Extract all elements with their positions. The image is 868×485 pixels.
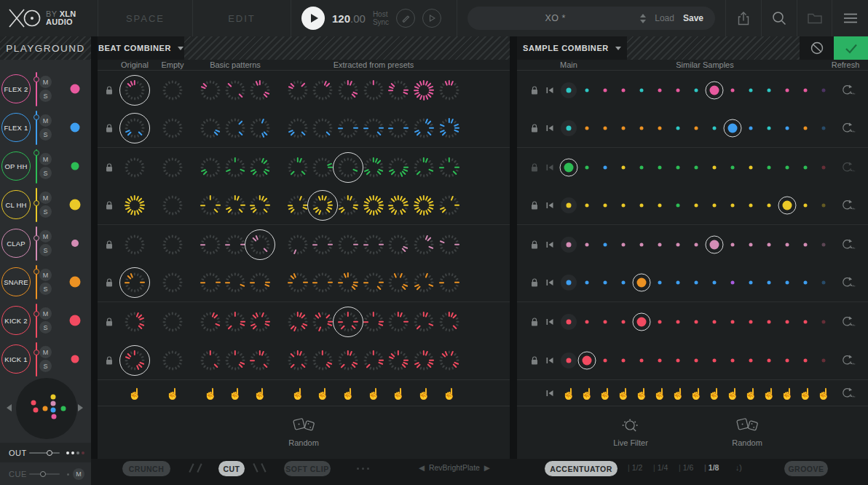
refresh-icon[interactable] xyxy=(840,316,856,328)
beat-wheel[interactable] xyxy=(438,311,460,333)
host-sync-label[interactable]: HostSync xyxy=(373,10,389,26)
beat-wheel[interactable] xyxy=(200,311,221,333)
accentuator-button[interactable]: ACCENTUATOR xyxy=(545,461,618,476)
beat-wheel[interactable] xyxy=(200,350,221,371)
preview-hand-button[interactable]: ☝ xyxy=(781,387,794,398)
lock-icon[interactable] xyxy=(531,162,539,172)
sample-dot[interactable] xyxy=(637,317,647,326)
solo-button[interactable]: S xyxy=(39,167,52,179)
sample-dot[interactable] xyxy=(804,358,808,362)
sample-dot[interactable] xyxy=(604,88,607,92)
track-fader[interactable] xyxy=(36,149,37,184)
track-pad[interactable]: KICK 2 xyxy=(1,306,31,335)
sample-dot[interactable] xyxy=(822,165,826,169)
track-fader-handle[interactable] xyxy=(33,311,39,317)
sample-dot[interactable] xyxy=(749,320,753,323)
tab-edit[interactable]: EDIT xyxy=(193,0,291,36)
sample-dot[interactable] xyxy=(640,242,644,246)
beat-wheel[interactable] xyxy=(438,194,460,216)
beat-wheel[interactable] xyxy=(387,157,409,178)
beat-wheel[interactable] xyxy=(224,194,246,216)
sample-dot[interactable] xyxy=(676,358,680,362)
refresh-icon[interactable] xyxy=(840,239,856,251)
beat-wheel[interactable] xyxy=(124,157,146,178)
preview-hand-button[interactable]: ☝ xyxy=(671,387,685,398)
live-filter-button[interactable]: Live Filter xyxy=(613,417,648,447)
skip-back-icon[interactable] xyxy=(546,357,553,364)
beat-random-button[interactable]: Random xyxy=(288,417,319,447)
browser-button[interactable] xyxy=(797,0,832,36)
preview-hand-button[interactable]: ☝ xyxy=(708,387,722,398)
solo-button[interactable]: S xyxy=(39,205,52,218)
sample-random-button[interactable]: Random xyxy=(732,417,762,447)
skip-back-icon[interactable] xyxy=(546,202,553,209)
refresh-icon[interactable] xyxy=(840,84,856,96)
beat-wheel[interactable] xyxy=(224,117,246,139)
sample-dot[interactable] xyxy=(640,358,644,362)
sample-dot[interactable] xyxy=(822,320,826,323)
cue-mute-button[interactable]: M xyxy=(73,468,84,480)
division-option-1-8[interactable]: | 1/8 xyxy=(704,463,719,472)
beat-wheel[interactable] xyxy=(224,350,246,371)
sample-dot[interactable] xyxy=(622,204,626,208)
beat-wheel[interactable] xyxy=(287,79,309,101)
sample-dot[interactable] xyxy=(710,85,719,95)
beat-wheel[interactable] xyxy=(413,157,435,178)
track-pad[interactable]: OP HH xyxy=(1,151,31,181)
beat-wheel[interactable] xyxy=(249,157,271,178)
sample-dot[interactable] xyxy=(658,204,662,208)
beat-wheel[interactable] xyxy=(387,272,409,293)
sample-dot[interactable] xyxy=(585,242,589,246)
beat-wheel[interactable] xyxy=(287,311,309,333)
mute-button[interactable]: M xyxy=(39,114,52,127)
beat-wheel[interactable] xyxy=(413,117,435,139)
sample-dot[interactable] xyxy=(822,358,826,362)
beat-wheel[interactable] xyxy=(413,79,435,101)
beat-wheel[interactable] xyxy=(124,350,146,371)
sample-dot[interactable] xyxy=(749,127,753,130)
sample-dot[interactable] xyxy=(695,204,698,208)
sample-dot[interactable] xyxy=(676,242,680,246)
sample-dot[interactable] xyxy=(658,358,662,362)
preview-hand-button[interactable]: ☝ xyxy=(128,387,142,398)
sample-dot[interactable] xyxy=(637,278,647,288)
sample-dot[interactable] xyxy=(713,127,717,130)
beat-wheel[interactable] xyxy=(312,117,334,139)
sample-dot[interactable] xyxy=(713,165,717,169)
play-button[interactable] xyxy=(301,7,325,30)
lock-icon[interactable] xyxy=(106,355,114,365)
preview-hand-button[interactable]: ☝ xyxy=(817,387,831,398)
sample-dot[interactable] xyxy=(731,88,735,92)
preview-hand-button[interactable]: ☝ xyxy=(204,387,218,398)
lock-icon[interactable] xyxy=(531,85,539,95)
main-sample-dot[interactable] xyxy=(567,242,572,247)
sample-dot[interactable] xyxy=(786,88,789,92)
preview-hand-button[interactable]: ☝ xyxy=(635,387,649,398)
beat-wheel[interactable] xyxy=(287,194,309,216)
beat-wheel[interactable] xyxy=(124,272,146,293)
sample-dot[interactable] xyxy=(768,88,771,92)
lock-icon[interactable] xyxy=(531,124,539,133)
sample-dot[interactable] xyxy=(658,281,662,285)
sample-dot[interactable] xyxy=(585,204,589,208)
mute-button[interactable]: M xyxy=(39,192,52,204)
sample-dot[interactable] xyxy=(676,204,680,208)
prev-page-arrow[interactable] xyxy=(7,404,12,411)
prev-arrow-icon[interactable]: ◀ xyxy=(419,463,425,472)
beat-wheel[interactable] xyxy=(124,311,146,333)
beat-wheel[interactable] xyxy=(124,194,146,216)
lock-icon[interactable] xyxy=(531,317,539,326)
spinner-up-icon[interactable] xyxy=(640,14,646,17)
mute-button[interactable]: M xyxy=(39,269,52,281)
out-fader[interactable] xyxy=(29,452,60,454)
main-sample-dot[interactable] xyxy=(567,319,572,324)
beat-wheel[interactable] xyxy=(200,194,221,216)
spinner-down-icon[interactable] xyxy=(640,20,646,23)
sample-dot[interactable] xyxy=(676,165,680,169)
beat-wheel[interactable] xyxy=(224,311,246,333)
beat-wheel[interactable] xyxy=(312,194,334,216)
track-fader-handle[interactable] xyxy=(33,114,39,120)
sample-dot[interactable] xyxy=(658,320,662,323)
sample-dot[interactable] xyxy=(622,165,626,169)
beat-wheel[interactable] xyxy=(363,157,384,178)
